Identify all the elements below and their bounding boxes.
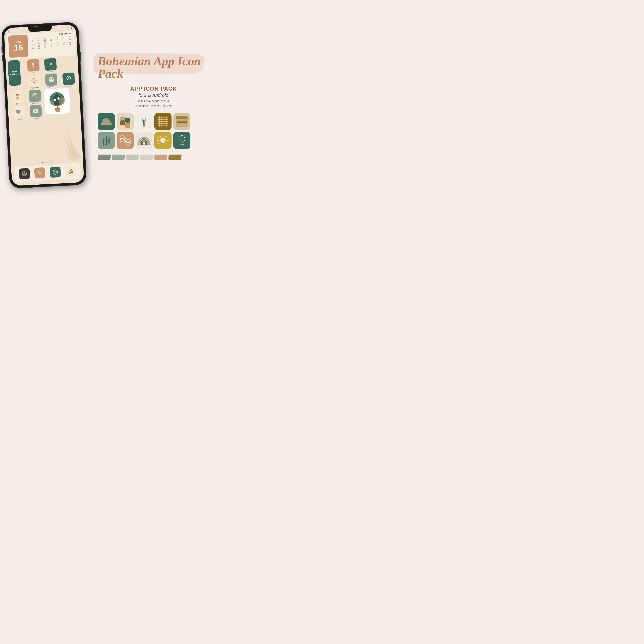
cal-cell-today: 9 bbox=[43, 39, 47, 43]
dock-cherry-icon bbox=[67, 168, 74, 175]
cal-cell: 8 bbox=[36, 39, 42, 43]
cal-cell: 13 bbox=[67, 38, 73, 41]
showcase-icon-2 bbox=[117, 113, 134, 130]
cal-cell: 23 bbox=[42, 45, 48, 47]
svg-line-12 bbox=[51, 77, 52, 80]
swatch-terracotta bbox=[154, 155, 167, 160]
cal-cell: 27 bbox=[67, 43, 73, 46]
showcase-icon-3 bbox=[135, 113, 153, 130]
showcase-icon-5 bbox=[173, 113, 190, 130]
cal-cell: 12 bbox=[61, 38, 67, 41]
battery-icon: ▓ bbox=[71, 27, 72, 29]
cal-cell: 20 bbox=[67, 41, 73, 43]
svg-line-24 bbox=[16, 99, 19, 99]
dot-1 bbox=[42, 162, 43, 163]
svg-point-1 bbox=[32, 66, 34, 68]
right-panel: Bohemian App Icon Pack APP ICON PACK iOS… bbox=[89, 55, 209, 160]
calendar-widget: WED 16 DECEMBER bbox=[6, 31, 76, 59]
dock-face[interactable] bbox=[34, 167, 46, 179]
svg-rect-55 bbox=[125, 118, 130, 123]
color-swatches-row bbox=[98, 155, 209, 160]
svg-rect-3 bbox=[49, 63, 50, 65]
svg-point-26 bbox=[33, 94, 36, 97]
plant-widget-icon bbox=[45, 89, 70, 114]
app-icon-instagram[interactable]: Instagram bbox=[27, 89, 43, 104]
app-dock bbox=[14, 163, 81, 182]
app-icon-pack-title: APP ICON PACK bbox=[98, 85, 209, 92]
showcase-svg-9 bbox=[155, 133, 170, 148]
cal-cell: 6 bbox=[67, 36, 73, 38]
canva-label: Canva bbox=[49, 71, 53, 73]
pinterest-icon bbox=[15, 108, 22, 115]
pinterest-label: Pinterest bbox=[16, 118, 22, 120]
showcase-icon-7 bbox=[117, 132, 134, 149]
cal-cell: 19 bbox=[61, 41, 67, 44]
svg-line-88 bbox=[158, 137, 159, 138]
phone-mockup: ▲ ▌▌▌ ▾ ▓ WED 16 DECEMBER bbox=[5, 24, 89, 191]
cal-cell: 30 bbox=[42, 47, 48, 49]
instagram-icon bbox=[31, 92, 39, 100]
dock-spotify[interactable] bbox=[50, 166, 61, 178]
svg-rect-53 bbox=[101, 123, 112, 125]
showcase-icon-9 bbox=[154, 132, 172, 149]
dot-2 bbox=[44, 162, 45, 163]
whatsapp-icon bbox=[65, 75, 73, 83]
app-icon-pinterest[interactable]: Pinterest bbox=[10, 105, 27, 120]
app-icon-canva[interactable]: Canva bbox=[42, 58, 59, 73]
cal-cell: 24 bbox=[48, 44, 54, 46]
pack-title-block: APP ICON PACK iOS & Android With Extra b… bbox=[98, 85, 209, 108]
app-icon-clock[interactable]: Clock bbox=[9, 90, 26, 105]
slack-icon bbox=[30, 62, 37, 69]
svg-line-19 bbox=[67, 76, 67, 77]
empty-slot bbox=[59, 57, 76, 72]
showcase-icon-8 bbox=[135, 132, 153, 149]
svg-line-87 bbox=[165, 135, 166, 137]
widgetsmith-large-widget[interactable] bbox=[44, 88, 70, 115]
app-icon-widgetsmith[interactable]: Widgetsmith bbox=[26, 74, 43, 89]
dot-5 bbox=[51, 161, 52, 162]
cal-cell: 14 bbox=[30, 43, 36, 45]
dot-3 bbox=[46, 162, 47, 163]
showcase-svg-1 bbox=[99, 114, 114, 129]
dock-cherry[interactable] bbox=[65, 166, 76, 177]
svg-point-0 bbox=[32, 62, 34, 66]
showcase-icon-6 bbox=[98, 132, 115, 149]
chrome-icon bbox=[47, 76, 55, 84]
showcase-svg-10 bbox=[174, 133, 189, 148]
cal-cell: 16 bbox=[42, 43, 48, 45]
svg-point-90 bbox=[179, 135, 185, 142]
cal-cell bbox=[29, 38, 35, 40]
calendar-grid: 1 2 3 4 5 6 7 8 9 10 11 12 bbox=[29, 35, 73, 50]
cal-cell: 15 bbox=[36, 43, 42, 45]
cal-cell: 25 bbox=[55, 44, 61, 46]
svg-point-77 bbox=[160, 138, 166, 143]
svg-point-52 bbox=[71, 171, 73, 173]
signal-icon: ▲ bbox=[8, 30, 10, 32]
app-icon-slack[interactable]: Slack bbox=[25, 59, 42, 74]
icon-showcase-grid bbox=[98, 113, 209, 149]
cal-cell: 22 bbox=[36, 45, 42, 47]
ios-android-subtitle: iOS & Android bbox=[98, 93, 209, 98]
power-button bbox=[80, 52, 81, 62]
think-positive-widget[interactable]: thinkpositive bbox=[8, 60, 21, 86]
dock-chrome[interactable] bbox=[19, 168, 30, 179]
slack-label: Slack bbox=[32, 72, 35, 73]
svg-line-82 bbox=[159, 136, 160, 138]
svg-rect-69 bbox=[176, 116, 188, 119]
cal-cell: 2 bbox=[42, 37, 48, 39]
showcase-svg-8 bbox=[137, 133, 152, 148]
cal-cell: 3 bbox=[48, 37, 54, 39]
volume-down-button bbox=[2, 55, 3, 61]
app-icon-chrome[interactable]: Chrome bbox=[43, 73, 60, 88]
cal-cell: 5 bbox=[60, 36, 66, 38]
app-icon-youtube[interactable]: Youtube bbox=[27, 105, 44, 119]
cal-cell: 16 bbox=[61, 44, 67, 46]
status-right-icons: ▌▌▌ ▾ ▓ bbox=[66, 27, 72, 29]
cal-cell: 17 bbox=[48, 42, 54, 44]
day-number: 16 bbox=[14, 43, 23, 52]
showcase-svg-5 bbox=[174, 114, 189, 129]
showcase-svg-7 bbox=[118, 133, 133, 148]
svg-point-58 bbox=[143, 124, 146, 125]
app-icon-whatsapp[interactable]: Whatsapp bbox=[60, 72, 77, 87]
svg-rect-54 bbox=[120, 120, 125, 125]
